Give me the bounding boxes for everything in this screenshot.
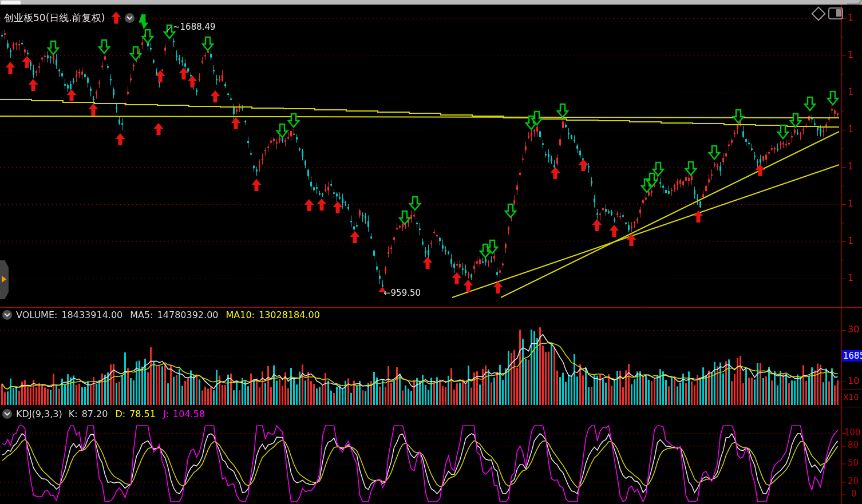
split-view-fill	[836, 9, 841, 17]
kdj-d-value: 78.51	[129, 408, 156, 419]
drawer-arrow-icon	[2, 276, 6, 283]
axis-tick-label: 80	[848, 440, 859, 450]
volume-ma5-value: 14780392.00	[157, 309, 219, 320]
axis-tick-label: 1	[848, 13, 853, 22]
axis-tick-label: 100	[844, 428, 861, 437]
volume-value: 18433914.00	[61, 309, 122, 320]
split-view-icon[interactable]	[828, 7, 843, 19]
volume-collapse-button[interactable]	[2, 310, 12, 320]
window-tab-stub[interactable]	[1, 1, 21, 5]
axis-tick-label: 20	[848, 477, 859, 486]
trading-app: 创业板50(日线.前复权) ~1688.49 ←959.50 VOLUME: 1…	[0, 0, 862, 504]
window-strip-corner	[847, 0, 862, 5]
axis-tick-label: 1	[848, 236, 853, 245]
axis-tick-label: 1	[848, 88, 853, 97]
volume-ma10-label: MA10:	[226, 309, 255, 320]
kdj-j-value: 104.58	[173, 408, 205, 419]
low-annotation: ←959.50	[383, 288, 421, 298]
kdj-label: KDJ(9,3,3)	[16, 408, 62, 419]
axis-tick-label: 1	[848, 162, 853, 171]
chevron-down-icon	[4, 412, 10, 416]
high-annotation: ~1688.49	[173, 22, 216, 32]
axis-tick-label: 1	[848, 50, 853, 59]
axis-tick-label: 30	[848, 325, 859, 334]
volume-label: VOLUME:	[16, 309, 57, 320]
buy-signal-arrow-icon	[111, 12, 121, 24]
axis-tick-label: 1	[848, 199, 853, 208]
last-price-badge: 1685	[842, 350, 862, 362]
page-title: 创业板50(日线.前复权)	[4, 11, 105, 25]
volume-multiplier-label: X10	[843, 392, 859, 402]
kdj-j-label: J:	[163, 408, 169, 419]
main-collapse-button[interactable]	[125, 13, 135, 23]
axis-tick-label: 0	[851, 489, 857, 498]
window-top-strip	[0, 0, 862, 5]
drawer-handle[interactable]	[0, 260, 9, 299]
main-chart-canvas[interactable]	[0, 0, 862, 504]
kdj-d-label: D:	[115, 408, 125, 419]
volume-ma5-label: MA5:	[130, 309, 153, 320]
kdj-k-label: K:	[69, 408, 78, 419]
kdj-k-value: 87.20	[82, 408, 108, 419]
axis-tick-label: 50	[848, 458, 859, 467]
chevron-down-icon	[126, 16, 133, 20]
volume-ma10-value: 13028184.00	[259, 309, 320, 320]
kdj-collapse-button[interactable]	[2, 409, 12, 419]
axis-tick-label: 1	[848, 125, 853, 134]
axis-tick-label: 1	[848, 273, 853, 283]
axis-tick-label: 10	[848, 376, 859, 386]
chevron-down-icon	[4, 313, 10, 317]
sell-signal-arrow-icon	[139, 14, 148, 29]
